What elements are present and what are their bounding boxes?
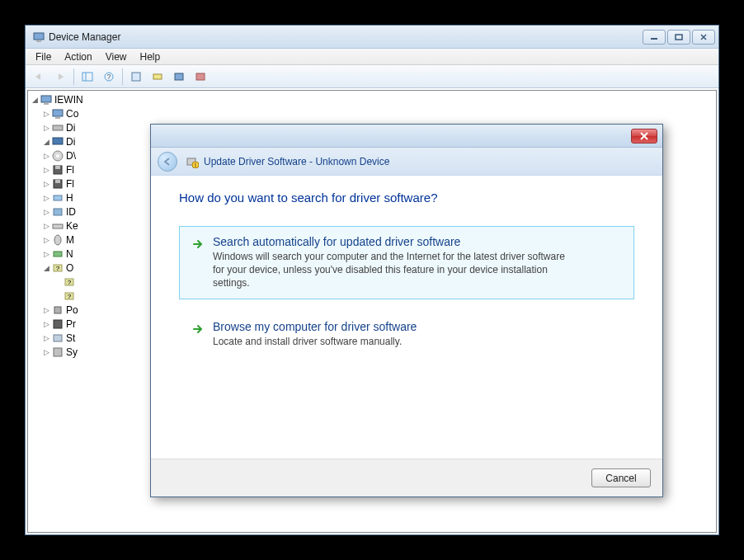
expander-icon[interactable]: ▷: [41, 334, 51, 342]
processor-icon: [51, 318, 64, 331]
menu-file[interactable]: File: [29, 49, 58, 64]
svg-rect-6: [82, 73, 92, 81]
tree-root-label: IEWIN: [54, 94, 83, 106]
menu-help[interactable]: Help: [134, 49, 167, 64]
toolbar-uninstall-icon[interactable]: [191, 68, 210, 86]
expander-icon[interactable]: ◢: [41, 138, 51, 146]
disk-icon: [51, 121, 64, 134]
svg-rect-39: [54, 335, 62, 341]
tree-item-label: Ke: [66, 220, 78, 232]
floppy-icon: [51, 177, 64, 191]
tree-root[interactable]: ◢ IEWIN: [30, 92, 714, 106]
svg-rect-0: [34, 33, 44, 40]
cancel-button[interactable]: Cancel: [591, 468, 651, 487]
expander-icon[interactable]: ▷: [41, 110, 51, 118]
expander-icon[interactable]: ▷: [41, 320, 51, 328]
toolbar-update-icon[interactable]: [169, 68, 189, 86]
tree-item-label: D\: [66, 150, 76, 162]
arrow-right-icon: [191, 238, 205, 251]
svg-text:?: ?: [68, 293, 72, 300]
svg-rect-30: [54, 252, 62, 256]
svg-rect-38: [54, 320, 62, 328]
svg-rect-12: [175, 73, 183, 80]
option-search-automatically[interactable]: Search automatically for updated driver …: [179, 226, 634, 299]
svg-rect-25: [55, 180, 60, 183]
wizard-header: ! Update Driver Software - Unknown Devic…: [151, 148, 662, 176]
dm-toolbar: ?: [26, 65, 718, 88]
svg-text:?: ?: [106, 73, 111, 81]
system-icon: [51, 346, 64, 359]
storage-icon: [51, 332, 64, 345]
svg-rect-13: [196, 73, 205, 80]
ide-icon: [51, 205, 64, 219]
device-warning-icon: !: [186, 155, 199, 168]
tree-item-label: M: [66, 234, 74, 246]
svg-rect-14: [41, 96, 51, 102]
tree-item-label: Fl: [66, 178, 74, 190]
svg-rect-28: [53, 224, 63, 228]
option-title: Search automatically for updated driver …: [213, 235, 576, 248]
expander-icon[interactable]: ◢: [41, 264, 51, 272]
network-icon: [51, 247, 64, 261]
expander-icon[interactable]: ▷: [41, 180, 51, 188]
wizard-back-button[interactable]: [158, 152, 177, 172]
dm-close-button[interactable]: [692, 30, 715, 45]
tree-item-label: H: [66, 192, 73, 204]
tree-item-label: Di: [66, 136, 75, 148]
menu-action[interactable]: Action: [58, 49, 98, 64]
wizard-question: How do you want to search for driver sof…: [179, 191, 634, 205]
toolbar-properties-icon[interactable]: [126, 68, 146, 86]
expander-icon[interactable]: ▷: [41, 348, 51, 356]
toolbar-show-hide-icon[interactable]: [78, 68, 97, 86]
expander-icon[interactable]: ▷: [41, 306, 51, 314]
expander-icon[interactable]: ▷: [41, 208, 51, 216]
tree-item-label: Di: [66, 122, 75, 134]
dm-title: Device Manager: [49, 31, 641, 43]
minimize-button[interactable]: [643, 30, 666, 45]
toolbar-help-icon[interactable]: ?: [99, 68, 119, 86]
dvd-icon: [51, 149, 64, 162]
expander-icon[interactable]: ▷: [41, 236, 51, 244]
tree-item-label: Po: [66, 304, 78, 316]
svg-text:!: !: [195, 162, 196, 168]
tree-item[interactable]: ▷Co: [30, 106, 714, 120]
svg-rect-18: [53, 125, 63, 130]
svg-text:?: ?: [68, 279, 72, 286]
tree-item-label: Co: [66, 108, 78, 120]
svg-rect-1: [36, 40, 41, 42]
svg-rect-15: [44, 103, 49, 105]
expander-icon[interactable]: ▷: [41, 222, 51, 230]
expander-icon[interactable]: ▷: [41, 166, 51, 174]
mouse-icon: [51, 233, 64, 247]
floppy-icon: [51, 163, 64, 176]
expander-icon[interactable]: ▷: [41, 250, 51, 258]
toolbar-back-icon[interactable]: [29, 68, 49, 86]
expander-icon[interactable]: ▷: [41, 124, 51, 132]
maximize-button[interactable]: [667, 30, 690, 45]
dm-titlebar: Device Manager: [26, 26, 718, 49]
svg-rect-17: [55, 117, 60, 119]
tree-item-label: O: [66, 262, 73, 274]
wizard-footer: Cancel: [151, 459, 662, 496]
other-icon: ?: [51, 261, 64, 275]
svg-rect-16: [53, 110, 63, 116]
wizard-close-button[interactable]: [631, 129, 657, 144]
toolbar-forward-icon[interactable]: [50, 68, 70, 86]
wizard-header-text: Update Driver Software - Unknown Device: [204, 156, 389, 167]
option-title: Browse my computer for driver software: [213, 320, 417, 333]
menu-view[interactable]: View: [99, 49, 134, 64]
option-desc: Locate and install driver software manua…: [213, 335, 417, 348]
option-browse-computer[interactable]: Browse my computer for driver software L…: [179, 311, 634, 357]
svg-rect-19: [53, 138, 63, 144]
toolbar-scan-icon[interactable]: [148, 68, 167, 86]
svg-point-21: [56, 154, 59, 158]
hid-icon: [51, 191, 64, 205]
device-manager-icon: [32, 31, 45, 44]
display-icon: [51, 135, 64, 148]
ports-icon: [51, 304, 64, 317]
update-driver-wizard: ! Update Driver Software - Unknown Devic…: [150, 124, 663, 497]
expander-icon[interactable]: ▷: [41, 152, 51, 160]
unknown-device-icon: ?: [63, 275, 76, 289]
tree-item-label: Fl: [66, 164, 74, 176]
expander-icon[interactable]: ▷: [41, 194, 51, 202]
